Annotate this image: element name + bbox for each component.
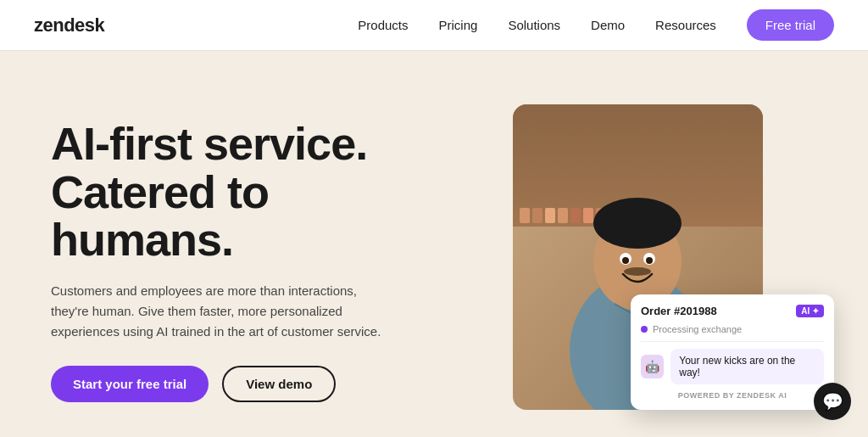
chat-message-row: 🤖 Your new kicks are on the way!: [641, 349, 824, 384]
processing-dot-icon: [641, 326, 648, 333]
view-demo-button[interactable]: View demo: [222, 366, 336, 402]
hero-buttons: Start your free trial View demo: [51, 366, 458, 402]
free-trial-button[interactable]: Free trial: [747, 9, 834, 41]
hero-heading: AI-first service. Catered to humans.: [51, 120, 458, 264]
svg-point-6: [646, 257, 653, 264]
chat-avatar: 🤖: [641, 355, 664, 378]
svg-point-7: [624, 267, 651, 276]
ai-badge: AI ✦: [796, 305, 824, 317]
nav-item-products[interactable]: Products: [358, 18, 408, 33]
nav-links: Products Pricing Solutions Demo Resource…: [358, 18, 834, 33]
hero-section: AI-first service. Catered to humans. Cus…: [0, 51, 868, 437]
hero-content-left: AI-first service. Catered to humans. Cus…: [51, 111, 458, 402]
nav-item-solutions[interactable]: Solutions: [508, 18, 560, 33]
nav-item-demo[interactable]: Demo: [591, 18, 625, 33]
start-free-trial-button[interactable]: Start your free trial: [51, 366, 209, 402]
chat-bubble: Your new kicks are on the way!: [670, 349, 824, 384]
svg-point-2: [593, 198, 682, 249]
processing-status: Processing exchange: [641, 324, 824, 342]
nav-item-resources[interactable]: Resources: [655, 18, 716, 33]
svg-point-5: [622, 257, 629, 264]
chat-card-footer: Powered by Zendesk AI: [641, 391, 824, 400]
chat-widget-icon: 💬: [822, 391, 843, 412]
chat-widget-button[interactable]: 💬: [814, 383, 851, 420]
navbar: zendesk Products Pricing Solutions Demo …: [0, 0, 868, 51]
nav-item-pricing[interactable]: Pricing: [439, 18, 478, 33]
hero-content-right: Order #201988 AI ✦ Processing exchange 🤖…: [458, 79, 817, 435]
hero-subtext: Customers and employees are more than in…: [51, 281, 390, 342]
nav-cta-item[interactable]: Free trial: [747, 18, 834, 33]
logo: zendesk: [34, 14, 104, 36]
chat-card: Order #201988 AI ✦ Processing exchange 🤖…: [631, 294, 834, 410]
chat-card-header: Order #201988 AI ✦: [641, 305, 824, 317]
order-number: Order #201988: [641, 305, 717, 317]
